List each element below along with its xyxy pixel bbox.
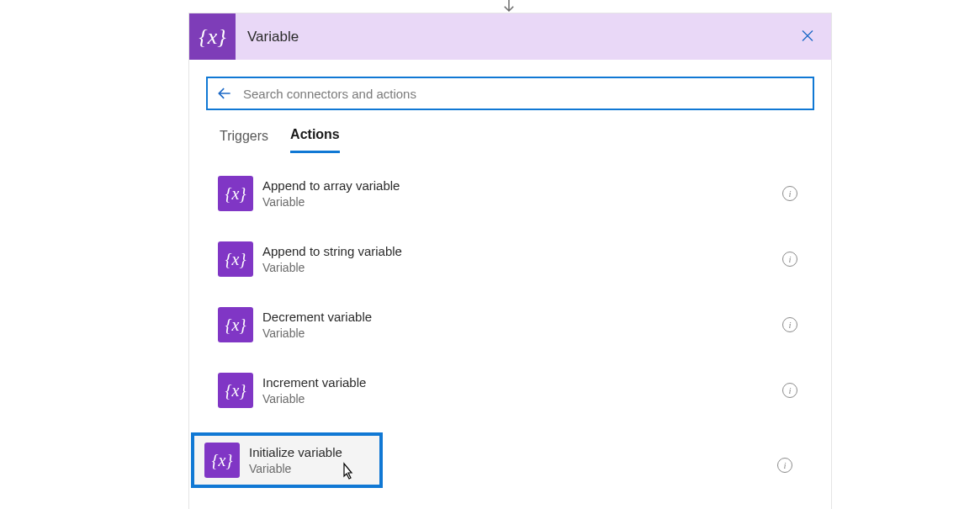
tab-triggers[interactable]: Triggers (220, 127, 268, 153)
action-title: Decrement variable (262, 309, 782, 326)
info-icon[interactable]: i (782, 383, 797, 398)
variable-icon: {x} (204, 443, 240, 478)
action-subtitle: Variable (262, 260, 782, 275)
action-picker-panel: {x} Variable Triggers Actions (188, 13, 832, 509)
variable-icon: {x} (218, 307, 253, 342)
variable-connector-icon: {x} (189, 13, 236, 60)
tabs: Triggers Actions (189, 110, 831, 153)
action-title: Append to array variable (262, 178, 782, 194)
close-button[interactable] (797, 24, 818, 50)
action-decrement[interactable]: {x} Decrement variable Variable i (206, 301, 814, 348)
highlight-box: {x} Initialize variable Variable (191, 432, 383, 488)
action-initialize[interactable]: {x} Initialize variable Variable (194, 436, 379, 485)
variable-icon: {x} (218, 241, 253, 277)
actions-list: {x} Append to array variable Variable i … (189, 153, 831, 509)
search-row (189, 60, 831, 110)
info-icon[interactable]: i (777, 458, 792, 473)
action-subtitle: Variable (262, 391, 782, 406)
action-append-string[interactable]: {x} Append to string variable Variable i (206, 236, 814, 283)
action-subtitle: Variable (262, 326, 782, 341)
info-icon[interactable]: i (782, 317, 797, 332)
close-icon (801, 29, 814, 42)
variable-icon: {x} (218, 176, 253, 211)
search-input[interactable] (241, 78, 813, 109)
info-icon[interactable]: i (782, 186, 797, 201)
action-append-array[interactable]: {x} Append to array variable Variable i (206, 170, 814, 217)
panel-header: {x} Variable (189, 13, 831, 60)
action-title: Initialize variable (249, 444, 369, 461)
back-button[interactable] (208, 85, 241, 102)
variable-icon: {x} (218, 373, 253, 408)
tab-actions[interactable]: Actions (290, 127, 340, 153)
panel-body: Triggers Actions {x} Append to array var… (189, 60, 831, 509)
action-title: Append to string variable (262, 243, 782, 260)
action-subtitle: Variable (262, 194, 782, 209)
search-box[interactable] (206, 77, 814, 110)
panel-title: Variable (247, 29, 299, 45)
arrow-left-icon (216, 85, 233, 102)
info-icon[interactable]: i (782, 252, 797, 267)
action-subtitle: Variable (249, 461, 369, 476)
action-title: Increment variable (262, 374, 782, 391)
action-increment[interactable]: {x} Increment variable Variable i (206, 367, 814, 414)
flow-arrow-icon (501, 0, 516, 13)
